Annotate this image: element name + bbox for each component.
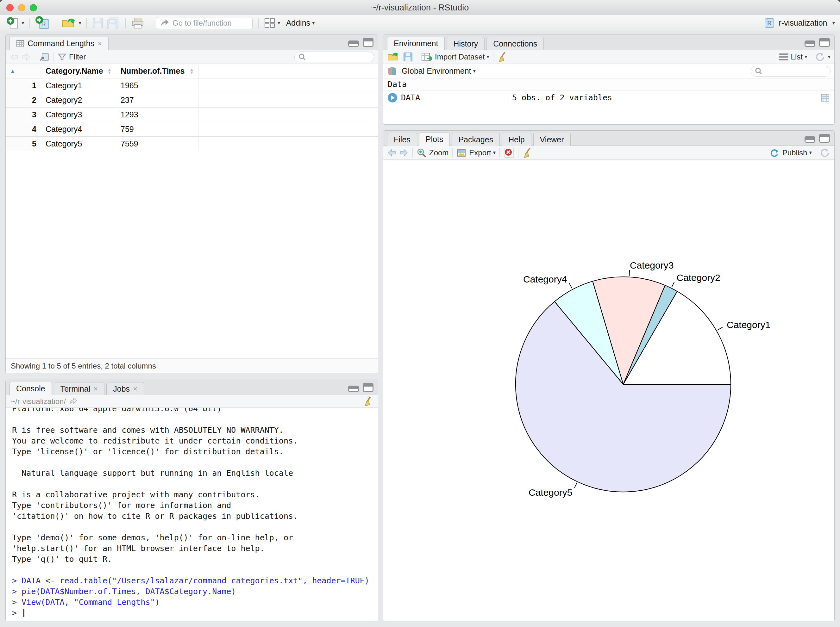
sort-asc-icon: ▲ — [10, 68, 15, 74]
new-file-button[interactable]: ▾ — [6, 17, 24, 30]
tab-environment[interactable]: Environment — [387, 37, 445, 50]
publish-caret-icon: ▾ — [809, 149, 812, 156]
viewer-table: ▲ Category.Name ▲▼ Number.of.Times ▲▼ 1 … — [6, 64, 378, 151]
sort-arrows-icon[interactable]: ▲▼ — [189, 68, 194, 74]
console-line: > pie(DATA$Number.of.Times, DATA$Categor… — [12, 586, 378, 597]
list-view-caret-icon: ▾ — [805, 54, 807, 60]
open-new-window-icon[interactable] — [39, 52, 50, 62]
column-header-number-of-times[interactable]: Number.of.Times ▲▼ — [116, 64, 199, 78]
filter-funnel-icon[interactable] — [58, 53, 66, 61]
environment-object-row[interactable]: DATA 5 obs. of 2 variables — [383, 90, 834, 105]
table-row[interactable]: 5 Category5 7559 — [6, 137, 378, 151]
clear-all-plots-icon[interactable] — [522, 147, 532, 158]
tab-jobs[interactable]: Jobs × — [106, 382, 144, 395]
close-tab-icon[interactable]: × — [93, 385, 98, 392]
workspace-panes-button[interactable]: ▾ — [264, 17, 280, 29]
next-plot-icon[interactable] — [399, 149, 409, 157]
goto-directory-icon[interactable] — [69, 398, 77, 405]
minimize-pane-icon[interactable] — [348, 41, 359, 47]
table-row[interactable]: 4 Category4 759 — [6, 122, 378, 137]
viewer-search-input[interactable] — [309, 53, 366, 61]
titlebar: ~/r-visualization - RStudio — [0, 0, 840, 15]
minimize-pane-icon[interactable] — [348, 386, 359, 392]
table-row[interactable]: 2 Category2 237 — [6, 93, 378, 107]
clear-environment-icon[interactable] — [497, 52, 507, 62]
tab-label: Terminal — [60, 384, 90, 394]
tab-files[interactable]: Files — [387, 133, 417, 146]
save-all-icon — [106, 17, 120, 29]
rstudio-window: ~/r-visualization - RStudio ▾ R — [0, 0, 840, 627]
table-row[interactable]: 1 Category1 1965 — [6, 79, 378, 93]
scope-selector[interactable]: Global Environment ▾ — [402, 66, 476, 76]
load-workspace-icon[interactable] — [387, 52, 400, 62]
window-title: ~/r-visualization - RStudio — [0, 0, 840, 15]
filter-label[interactable]: Filter — [69, 52, 86, 61]
publish-plot-button[interactable]: Publish ▾ — [769, 148, 812, 158]
print-button[interactable] — [131, 17, 145, 30]
maximize-pane-icon[interactable] — [819, 38, 830, 47]
clear-console-icon[interactable] — [363, 396, 373, 406]
view-data-icon[interactable] — [820, 93, 830, 102]
minimize-pane-icon[interactable] — [805, 41, 815, 47]
tab-label: Help — [508, 135, 524, 144]
list-view-icon — [779, 52, 788, 62]
new-file-icon — [6, 17, 20, 30]
expand-object-icon[interactable] — [388, 93, 397, 102]
addins-caret-icon: ▾ — [312, 20, 315, 26]
export-plot-button[interactable]: Export ▾ — [456, 148, 496, 158]
tab-plots[interactable]: Plots — [419, 132, 450, 146]
refresh-plot-icon[interactable] — [820, 148, 831, 158]
environment-search-input[interactable] — [765, 67, 822, 75]
table-row[interactable]: 3 Category3 1293 — [6, 107, 378, 122]
open-file-button[interactable]: ▾ — [61, 17, 82, 30]
object-name: DATA — [401, 93, 420, 102]
project-menu-button[interactable]: R r-visualization ▾ — [763, 17, 835, 30]
console-line: Type 'license()' or 'licence()' for dist… — [12, 446, 378, 457]
console-prompt-line[interactable]: > — [12, 608, 378, 618]
save-workspace-icon[interactable] — [403, 52, 413, 62]
new-file-caret-icon: ▾ — [22, 20, 24, 26]
maximize-pane-icon[interactable] — [819, 134, 830, 143]
previous-plot-icon[interactable] — [387, 149, 396, 157]
remove-plot-icon[interactable] — [504, 147, 514, 158]
goto-file-input[interactable] — [172, 19, 245, 28]
list-view-button[interactable]: List ▾ — [779, 52, 807, 62]
tab-connections[interactable]: Connections — [486, 37, 544, 50]
zoom-plot-button[interactable]: Zoom — [417, 148, 448, 158]
maximize-pane-icon[interactable] — [363, 38, 373, 47]
tab-packages[interactable]: Packages — [452, 133, 500, 146]
environment-search-box[interactable] — [751, 66, 831, 77]
save-button[interactable] — [92, 17, 104, 29]
tab-history[interactable]: History — [447, 37, 485, 50]
back-icon[interactable] — [9, 53, 19, 61]
toolbar-separator — [518, 148, 518, 158]
table-icon — [16, 40, 24, 47]
tab-console[interactable]: Console — [9, 382, 52, 395]
minimize-pane-icon[interactable] — [805, 136, 815, 143]
close-tab-icon[interactable]: × — [98, 40, 102, 47]
close-tab-icon[interactable]: × — [133, 385, 137, 392]
console-body[interactable]: Platform: x86_64-apple-darwin15.6.0 (64-… — [6, 408, 378, 621]
export-plot-icon — [456, 148, 467, 158]
tab-command-lengths[interactable]: Command Lengths × — [9, 37, 109, 50]
forward-icon[interactable] — [22, 53, 31, 61]
column-header-category-name[interactable]: Category.Name ▲▼ — [41, 64, 116, 78]
goto-file-box[interactable] — [156, 17, 253, 29]
tab-terminal[interactable]: Terminal × — [54, 382, 105, 395]
category-name-cell: Category2 — [41, 93, 116, 107]
row-number-header[interactable]: ▲ — [6, 64, 41, 78]
addins-button[interactable]: Addins ▾ — [286, 18, 315, 28]
tab-label: Files — [394, 135, 411, 144]
tab-viewer[interactable]: Viewer — [533, 133, 571, 146]
viewer-search-box[interactable] — [294, 52, 374, 62]
refresh-environment-icon[interactable] — [815, 52, 826, 62]
import-dataset-button[interactable]: Import Dataset ▾ — [421, 52, 489, 62]
column-header-label: Number.of.Times — [121, 66, 185, 76]
save-all-button[interactable] — [106, 17, 120, 29]
tab-help[interactable]: Help — [502, 133, 531, 146]
maximize-pane-icon[interactable] — [363, 383, 373, 392]
tab-label: Plots — [426, 135, 444, 144]
publish-label: Publish — [782, 148, 807, 157]
new-project-button[interactable]: R — [35, 16, 51, 30]
sort-arrows-icon[interactable]: ▲▼ — [107, 68, 111, 74]
